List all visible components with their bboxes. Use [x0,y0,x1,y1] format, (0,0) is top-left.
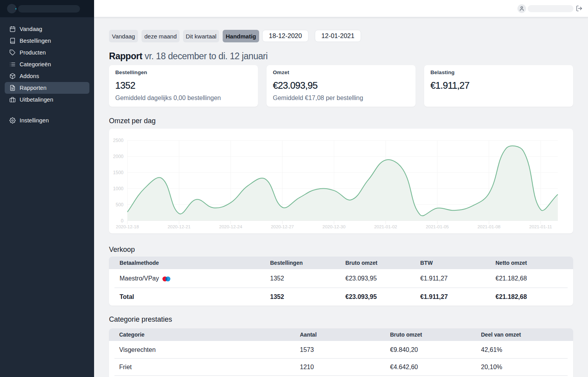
svg-text:2500: 2500 [113,138,123,143]
svg-text:1000: 1000 [113,186,123,191]
svg-text:2000: 2000 [113,154,123,159]
svg-text:1500: 1500 [113,170,123,175]
svg-text:2020-12-27: 2020-12-27 [271,224,294,229]
svg-text:500: 500 [116,202,123,208]
svg-text:2020-12-30: 2020-12-30 [323,224,346,229]
svg-text:2021-01-02: 2021-01-02 [374,224,397,229]
svg-text:2021-01-05: 2021-01-05 [426,224,449,229]
svg-text:2020-12-21: 2020-12-21 [167,224,191,229]
svg-text:2021-01-11: 2021-01-11 [529,224,552,229]
svg-text:2020-12-24: 2020-12-24 [219,224,242,229]
svg-text:2021-01-08: 2021-01-08 [477,224,501,229]
svg-text:0: 0 [121,218,123,224]
svg-text:2020-12-18: 2020-12-18 [116,224,139,229]
